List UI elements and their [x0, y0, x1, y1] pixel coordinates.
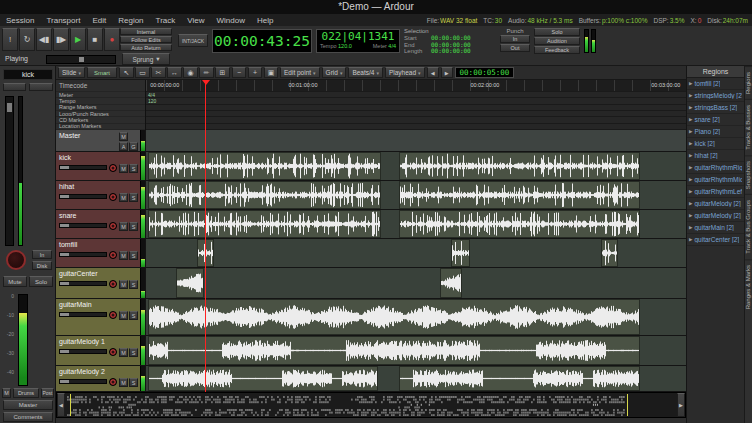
track-lane-kick[interactable]: [146, 152, 686, 181]
strip-output-button[interactable]: Master: [3, 400, 53, 410]
track-gain-fader[interactable]: [59, 281, 107, 286]
strip-meter-point-button[interactable]: Post: [41, 388, 54, 398]
record-arm-button[interactable]: [109, 251, 117, 259]
primary-clock[interactable]: 00:00:43:25: [212, 29, 312, 53]
edit-point-select[interactable]: Edit point ▾: [280, 67, 320, 78]
summary-scroll-right-button[interactable]: ▶: [677, 393, 685, 417]
solo-button[interactable]: S: [129, 280, 138, 289]
titlebar[interactable]: *Demo — Ardour: [0, 0, 752, 14]
zoom-fit-button[interactable]: ▣: [264, 67, 278, 78]
track-lane-snare[interactable]: [146, 210, 686, 239]
mute-button[interactable]: M: [119, 378, 128, 387]
track-gain-fader[interactable]: [59, 312, 107, 317]
grid-unit-select[interactable]: Beats/4 ▾: [348, 67, 383, 78]
internal-button[interactable]: Internal: [120, 28, 172, 35]
mute-button[interactable]: M: [119, 193, 128, 202]
strip-mini-button-2[interactable]: [29, 83, 53, 91]
mute-button[interactable]: M: [119, 280, 128, 289]
ruler-lane-timecode[interactable]: 00:00:00:0000:01:00:0000:02:00:0000:03:0…: [146, 80, 686, 92]
mute-button[interactable]: M: [119, 164, 128, 173]
master-group-button[interactable]: G: [129, 142, 138, 151]
menu-session[interactable]: Session: [0, 16, 40, 25]
strip-comments-button[interactable]: Comments: [3, 412, 53, 422]
strip-midi-button[interactable]: M: [2, 388, 11, 398]
play-button[interactable]: ▶: [70, 28, 86, 51]
track-header-master[interactable]: MasterMAG: [56, 130, 146, 152]
record-button[interactable]: ●: [104, 28, 120, 51]
draw-tool[interactable]: ✏: [199, 67, 214, 78]
stretch-tool[interactable]: ↔: [167, 67, 182, 78]
solo-button[interactable]: S: [129, 378, 138, 387]
track-lane-tomfill[interactable]: [146, 239, 686, 268]
strip-solo-button[interactable]: Solo: [29, 276, 53, 287]
secondary-clock[interactable]: 022|04|1341 Tempo 120.0 Meter 4/4: [316, 29, 400, 53]
track-gain-fader[interactable]: [59, 165, 107, 170]
side-tab-ranges-marks[interactable]: Ranges & Marks: [745, 259, 752, 314]
loop-button[interactable]: ↻: [19, 28, 35, 51]
menu-transport[interactable]: Transport: [40, 16, 86, 25]
region-list-item[interactable]: ▶guitarCenter [2]: [687, 234, 744, 246]
smart-mode-button[interactable]: Smart: [87, 67, 117, 78]
strip-mute-button[interactable]: Mute: [3, 276, 27, 287]
nudge-clock[interactable]: 00:00:05:00: [455, 67, 515, 78]
goto-end-button[interactable]: ▮▶: [53, 28, 69, 51]
playhead-line[interactable]: [205, 80, 206, 392]
track-header-guitarcenter[interactable]: guitarCenterMS: [56, 268, 146, 299]
expand-arrow-icon[interactable]: ▶: [689, 213, 692, 218]
punch-in-button[interactable]: In: [500, 35, 530, 43]
strip-group-button[interactable]: Drums: [13, 388, 39, 398]
monitor-input-button[interactable]: In: [32, 250, 52, 259]
range-tool[interactable]: ▭: [135, 67, 150, 78]
track-header-kick[interactable]: kickMS: [56, 152, 146, 181]
region-list-item[interactable]: ▶stringsMelody [2]: [687, 90, 744, 102]
track-gain-fader[interactable]: [59, 379, 107, 384]
meter-value[interactable]: 4/4: [388, 43, 396, 49]
record-arm-button[interactable]: [109, 193, 117, 201]
snap-mode-select[interactable]: Grid ▾: [322, 67, 347, 78]
strip-mini-button-1[interactable]: [3, 83, 26, 91]
track-lane-guitarmelody-1[interactable]: [146, 336, 686, 366]
record-arm-button[interactable]: [109, 378, 117, 386]
zoom-out-button[interactable]: −: [232, 67, 246, 78]
region-list-item[interactable]: ▶guitarMelody [2]: [687, 210, 744, 222]
menu-region[interactable]: Region: [112, 16, 149, 25]
region-list-item[interactable]: ▶guitarRhythmLeft: [687, 186, 744, 198]
mute-button[interactable]: M: [119, 311, 128, 320]
track-lane-master[interactable]: [146, 130, 686, 152]
solo-button[interactable]: S: [129, 164, 138, 173]
follow-edits-button[interactable]: Follow Edits: [120, 36, 172, 43]
expand-arrow-icon[interactable]: ▶: [689, 117, 692, 122]
record-arm-button[interactable]: [109, 311, 117, 319]
nudge-back-button[interactable]: ◀: [427, 67, 439, 78]
strip-gain-fader[interactable]: [5, 96, 14, 246]
zoom-in-button[interactable]: +: [248, 67, 262, 78]
track-header-snare[interactable]: snareMS: [56, 210, 146, 239]
monitor-disk-button[interactable]: Disk: [32, 261, 52, 270]
solo-button[interactable]: S: [129, 251, 138, 260]
nudge-forward-button[interactable]: ▶: [441, 67, 453, 78]
track-lane-guitarmelody-2[interactable]: [146, 366, 686, 392]
menu-view[interactable]: View: [181, 16, 210, 25]
menu-track[interactable]: Track: [150, 16, 182, 25]
track-lane-guitarcenter[interactable]: [146, 268, 686, 299]
expand-arrow-icon[interactable]: ▶: [689, 165, 692, 170]
region-list-item[interactable]: ▶hihat [2]: [687, 150, 744, 162]
solo-button[interactable]: S: [129, 193, 138, 202]
goto-start-button[interactable]: ◀▮: [36, 28, 52, 51]
solo-button[interactable]: S: [129, 222, 138, 231]
summary-overview[interactable]: [65, 394, 677, 416]
side-tab-regions[interactable]: Regions: [745, 66, 752, 99]
auto-return-button[interactable]: Auto Return: [120, 44, 172, 51]
master-automation-button[interactable]: A: [119, 142, 128, 151]
side-tab-track-bus-groups[interactable]: Track & Bus Groups: [745, 194, 752, 259]
expand-arrow-icon[interactable]: ▶: [689, 81, 692, 86]
midi-panic-button[interactable]: !: [2, 28, 18, 51]
zoom-focus-select[interactable]: Playhead ▾: [385, 67, 425, 78]
edit-mode-select[interactable]: Slide ▾: [58, 67, 85, 78]
stop-button[interactable]: ■: [87, 28, 103, 51]
shuttle-mode-select[interactable]: Sprung ▾: [122, 53, 170, 65]
record-arm-button[interactable]: [109, 222, 117, 230]
mute-button[interactable]: M: [119, 348, 128, 357]
audition-button[interactable]: Audition: [534, 37, 580, 45]
shuttle-speed-control[interactable]: [46, 55, 116, 64]
